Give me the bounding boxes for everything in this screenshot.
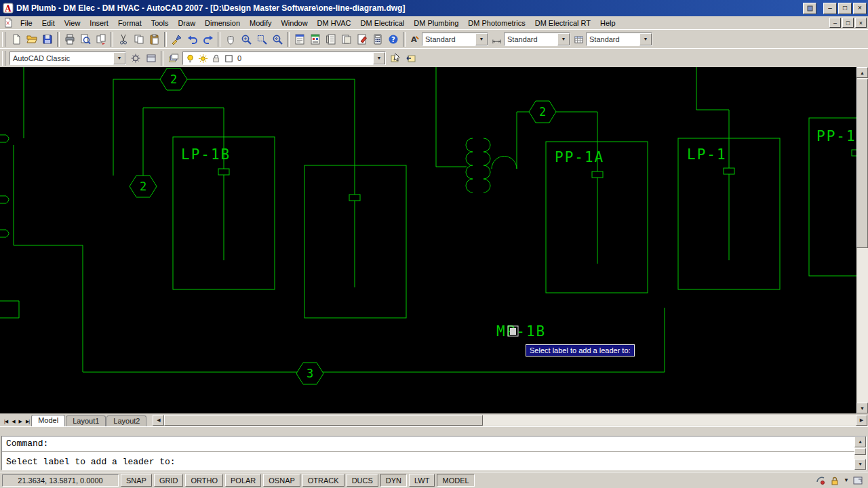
tab-layout1[interactable]: Layout1 <box>66 415 106 426</box>
polar-toggle[interactable]: POLAR <box>225 474 261 487</box>
dyn-toggle[interactable]: DYN <box>380 474 407 487</box>
command-scrollbar[interactable]: ▲ ▼ <box>854 436 866 470</box>
label-pp-1a[interactable]: PP-1A <box>555 149 604 165</box>
publish-button[interactable] <box>93 31 108 47</box>
chevron-down-icon[interactable]: ▼ <box>557 33 570 45</box>
quickcalc-button[interactable] <box>370 31 385 47</box>
open-button[interactable] <box>24 31 39 47</box>
command-scroll-thumb[interactable] <box>854 448 866 455</box>
layer-properties-button[interactable] <box>165 50 181 66</box>
workspace-save-button[interactable] <box>143 50 159 66</box>
tab-model[interactable]: Model <box>31 415 65 426</box>
designcenter-button[interactable] <box>307 31 323 47</box>
tab-nav-last[interactable]: ▶| <box>24 417 31 426</box>
scroll-up-icon[interactable]: ▲ <box>854 436 866 447</box>
label-lp-1b[interactable]: LP-1B <box>181 146 231 163</box>
doc-restore-button[interactable]: □ <box>842 18 854 28</box>
help-button[interactable]: ? <box>385 31 401 47</box>
ortho-toggle[interactable]: ORTHO <box>185 474 223 487</box>
menu-window[interactable]: Window <box>276 18 312 28</box>
workspace-settings-button[interactable] <box>127 50 143 66</box>
toolbar-grip[interactable] <box>2 51 5 66</box>
menu-dm-electrical[interactable]: DM Electrical <box>356 18 410 28</box>
zoom-previous-button[interactable] <box>269 31 285 47</box>
scroll-down-icon[interactable]: ▼ <box>856 403 868 413</box>
menu-dm-plumbing[interactable]: DM Plumbing <box>409 18 463 28</box>
toolbar-lock-icon[interactable] <box>829 475 840 486</box>
toolbar-grip[interactable] <box>2 32 5 47</box>
cut-button[interactable] <box>115 31 131 47</box>
close-button[interactable]: × <box>853 3 867 14</box>
menu-modify[interactable]: Modify <box>245 18 276 28</box>
plot-button[interactable] <box>62 31 77 47</box>
model-toggle[interactable]: MODEL <box>437 474 474 487</box>
label-pp-1b[interactable]: PP-1B <box>816 128 856 144</box>
menu-view[interactable]: View <box>60 18 85 28</box>
workspace-combo[interactable]: AutoCAD Classic ▼ <box>9 52 126 65</box>
menu-dm-hvac[interactable]: DM HVAC <box>313 18 356 28</box>
coordinates-readout[interactable]: 21.3634, 13.5871, 0.0000 <box>2 474 119 487</box>
horizontal-scroll-track[interactable] <box>483 415 856 426</box>
otrack-toggle[interactable]: OTRACK <box>302 474 344 487</box>
scroll-down-icon[interactable]: ▼ <box>854 459 866 470</box>
scroll-right-icon[interactable]: ▶ <box>856 415 867 426</box>
table-style-combo[interactable]: Standard ▼ <box>586 33 652 46</box>
vertical-scrollbar[interactable]: ▲ ▼ <box>856 67 868 413</box>
match-properties-button[interactable] <box>169 31 184 47</box>
make-object-layer-current-button[interactable] <box>387 50 403 66</box>
ducs-toggle[interactable]: DUCS <box>347 474 378 487</box>
menu-insert[interactable]: Insert <box>85 18 113 28</box>
horizontal-scroll-thumb[interactable] <box>164 415 483 426</box>
zoom-window-button[interactable] <box>254 31 269 47</box>
layer-combo[interactable]: 0 ▼ <box>182 52 386 65</box>
label-lp-1[interactable]: LP-1 <box>687 146 727 163</box>
label-mp-1b[interactable]: MP-1B <box>496 323 546 340</box>
chevron-down-icon[interactable]: ▼ <box>373 52 385 64</box>
tab-layout2[interactable]: Layout2 <box>106 415 146 426</box>
copy-button[interactable] <box>131 31 146 47</box>
menu-format[interactable]: Format <box>113 18 146 28</box>
one-line-diagram-canvas[interactable]: 2 2 2 3 LP-1B PP-1A LP-1 PP-1B MP-1B <box>0 67 856 413</box>
sheet-set-manager-button[interactable] <box>338 31 354 47</box>
markup-set-manager-button[interactable] <box>354 31 370 47</box>
layer-color-swatch[interactable] <box>224 54 234 64</box>
title-bar[interactable]: A DM Plumb - DM Elec - DM HVAC - AutoCAD… <box>0 0 868 16</box>
vertical-scroll-thumb[interactable] <box>856 79 868 248</box>
maximize-button[interactable]: □ <box>838 3 852 14</box>
menu-file[interactable]: File <box>16 18 37 28</box>
chevron-down-icon[interactable]: ▼ <box>475 33 488 45</box>
menu-dm-electrical-rt[interactable]: DM Electrical RT <box>530 18 595 28</box>
doc-close-button[interactable]: × <box>855 18 867 28</box>
properties-button[interactable] <box>292 31 307 47</box>
qnew-button[interactable] <box>8 31 24 47</box>
tool-palettes-button[interactable] <box>323 31 338 47</box>
menu-draw[interactable]: Draw <box>173 18 200 28</box>
lightbulb-icon[interactable] <box>185 54 195 64</box>
scroll-up-icon[interactable]: ▲ <box>856 67 868 78</box>
tab-nav-prev[interactable]: ◀ <box>9 417 16 426</box>
pan-realtime-button[interactable] <box>222 31 238 47</box>
document-icon[interactable] <box>3 18 14 28</box>
save-button[interactable] <box>39 31 55 47</box>
communication-center-icon[interactable] <box>815 475 826 486</box>
menu-help[interactable]: Help <box>595 18 620 28</box>
tray-chevron-icon[interactable]: ▼ <box>844 477 849 483</box>
osnap-toggle[interactable]: OSNAP <box>263 474 300 487</box>
undo-button[interactable] <box>184 31 200 47</box>
tab-nav-next[interactable]: ▶ <box>17 417 24 426</box>
plot-preview-button[interactable] <box>77 31 93 47</box>
chevron-down-icon[interactable]: ▼ <box>113 52 125 64</box>
tab-nav-first[interactable]: |◀ <box>2 417 9 426</box>
snap-toggle[interactable]: SNAP <box>121 474 152 487</box>
zoom-realtime-button[interactable] <box>238 31 254 47</box>
text-style-combo[interactable]: Standard ▼ <box>422 33 488 46</box>
sun-icon[interactable] <box>198 54 208 64</box>
grid-toggle[interactable]: GRID <box>154 474 184 487</box>
drawing-area[interactable]: 2 2 2 3 LP-1B PP-1A LP-1 PP-1B MP-1B Sel… <box>0 67 868 413</box>
menu-dimension[interactable]: Dimension <box>200 18 245 28</box>
menu-edit[interactable]: Edit <box>37 18 60 28</box>
command-text-area[interactable]: Command: Select label to add a leader to… <box>1 436 867 470</box>
chevron-down-icon[interactable]: ▼ <box>639 33 652 45</box>
minimize-button[interactable]: – <box>823 3 837 14</box>
paste-button[interactable] <box>146 31 162 47</box>
